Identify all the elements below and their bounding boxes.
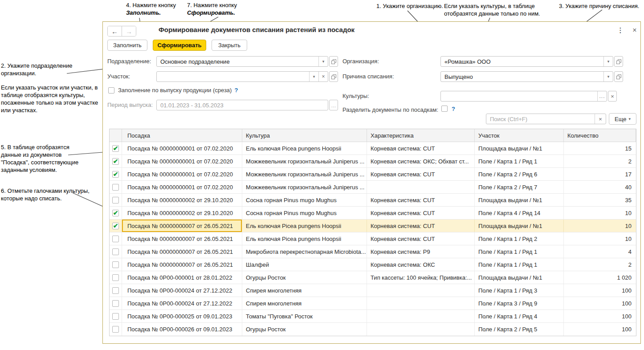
close-icon[interactable]: × <box>630 25 639 35</box>
more-button[interactable]: Еще ▾ <box>609 113 636 125</box>
cell-culture[interactable]: Микробиота перекрестнопарная Microbiota.… <box>242 245 367 258</box>
cell-qty[interactable]: 2 <box>564 258 636 271</box>
row-checkbox-cell[interactable] <box>110 181 122 193</box>
cell-qty[interactable]: 100 <box>564 284 636 297</box>
cell-qty[interactable]: 10 <box>564 207 636 219</box>
table-row[interactable]: ✔ Посадка № 00000000007 от 26.05.2021 Ел… <box>110 220 636 232</box>
row-checkbox-cell[interactable] <box>110 310 122 322</box>
table-row[interactable]: ✔ Посадка № 00000000001 от 07.02.2020 Мо… <box>110 155 636 168</box>
row-checkbox-cell[interactable] <box>110 232 122 245</box>
row-checkbox[interactable] <box>112 300 119 307</box>
cell-plot[interactable]: Поле / Карта 4 / Ряд 14 <box>475 207 564 219</box>
cell-plot[interactable]: Площадка выдачи / №1 <box>475 271 564 284</box>
cell-plot[interactable]: Поле / Карта 1 / Ряд 1 <box>475 155 564 167</box>
plot-open-button[interactable] <box>329 71 338 82</box>
row-checkbox-cell[interactable] <box>110 245 122 258</box>
cell-characteristic[interactable]: Корневая система: ОКС; Обхват ст... <box>367 155 475 167</box>
cell-culture[interactable]: Можжевельник горизонтальный Juniperus ..… <box>242 168 367 180</box>
row-checkbox[interactable] <box>112 184 119 191</box>
table-row[interactable]: Посадка № 0Р00-000024 от 27.12.2022 Спир… <box>110 284 636 297</box>
row-checkbox-cell[interactable] <box>110 323 122 336</box>
cell-planting[interactable]: Посадка № 00000000007 от 26.05.2021 <box>122 258 242 271</box>
cell-culture[interactable]: Ель колючая Picea pungens Hoopsii <box>242 232 367 245</box>
table-row[interactable]: Посадка № 00000000002 от 29.10.2020 Сосн… <box>110 194 636 207</box>
cell-planting[interactable]: Посадка № 00000000001 от 07.02.2020 <box>122 142 242 155</box>
cell-qty[interactable]: 100 <box>564 297 636 309</box>
more-menu-icon[interactable]: ⋮ <box>616 25 625 35</box>
dropdown-icon[interactable]: ▾ <box>309 72 318 81</box>
row-checkbox[interactable] <box>112 236 119 242</box>
cell-qty[interactable]: 17 <box>564 168 636 180</box>
cell-planting[interactable]: Посадка № 00000000001 от 07.02.2020 <box>122 168 242 180</box>
cell-culture[interactable]: Можжевельник горизонтальный Juniperus ..… <box>242 181 367 193</box>
dropdown-icon[interactable]: ▾ <box>603 57 613 66</box>
cell-characteristic[interactable]: Корневая система: CUT <box>367 220 475 232</box>
fill-by-output-checkbox[interactable] <box>108 87 114 94</box>
clear-icon[interactable]: × <box>318 72 328 81</box>
cell-culture[interactable]: Можжевельник горизонтальный Juniperus ..… <box>242 155 367 167</box>
cell-qty[interactable]: 40 <box>564 181 636 193</box>
help-icon[interactable]: ? <box>234 87 238 94</box>
cell-plot[interactable]: Поле / Карта 1 / Ряд 1 <box>475 245 564 258</box>
row-checkbox[interactable] <box>112 274 119 281</box>
row-checkbox-cell[interactable]: ✔ <box>110 220 122 232</box>
cell-culture[interactable]: Ель колючая Picea pungens Hoopsii <box>242 220 367 232</box>
cell-characteristic[interactable]: Корневая система: CUT <box>367 168 475 180</box>
table-row[interactable]: ✔ Посадка № 00000000001 от 07.02.2020 Ел… <box>110 142 636 155</box>
fill-button[interactable]: Заполнить <box>107 40 147 51</box>
cell-planting[interactable]: Посадка № 00000000002 от 29.10.2020 <box>122 194 242 206</box>
cell-planting[interactable]: Посадка № 00000000001 от 07.02.2020 <box>122 181 242 193</box>
header-qty[interactable]: Количество <box>564 129 636 142</box>
cultures-field[interactable]: ... <box>440 91 607 102</box>
cell-plot[interactable]: Поле / Карта 2 / Ряд 6 <box>475 168 564 180</box>
cell-plot[interactable]: Площадка выдачи / №1 <box>475 194 564 206</box>
cell-plot[interactable]: Поле / Карта 1 / Ряд 4 <box>475 310 564 322</box>
header-characteristic[interactable]: Характеристика <box>367 129 475 142</box>
row-checkbox[interactable] <box>112 287 119 294</box>
cell-plot[interactable]: Поле / Карта 1 / Ряд 2 <box>475 232 564 245</box>
search-clear-icon[interactable]: × <box>595 114 606 124</box>
dropdown-icon[interactable]: ▾ <box>603 72 613 81</box>
cell-culture[interactable]: Огурцы Росток <box>242 271 367 284</box>
cell-planting[interactable]: Посадка № 00000000007 от 26.05.2021 <box>122 232 242 245</box>
organization-open-button[interactable] <box>614 56 623 67</box>
period-ellipsis-button[interactable]: ... <box>329 100 338 110</box>
row-checkbox-cell[interactable] <box>110 297 122 309</box>
header-planting[interactable]: Посадка <box>122 129 242 142</box>
cell-characteristic[interactable]: Корневая система: ОКС <box>367 258 475 271</box>
row-checkbox[interactable] <box>112 197 119 203</box>
cell-culture[interactable]: Спирея многолетняя <box>242 284 367 297</box>
forward-button[interactable]: → <box>122 26 136 36</box>
cell-qty[interactable]: 1 020 <box>564 271 636 284</box>
cell-characteristic[interactable]: Тип кассеты: 100 ячейка; Прививка:... <box>367 271 475 284</box>
cell-planting[interactable]: Посадка № 0Р00-000025 от 09.01.2023 <box>122 310 242 322</box>
cell-characteristic[interactable]: Корневая система: CUT <box>367 142 475 155</box>
cell-characteristic[interactable]: Корневая система: CUT <box>367 207 475 219</box>
cell-characteristic[interactable]: Корневая система: CUT <box>367 232 475 245</box>
cell-qty[interactable]: 2 <box>564 155 636 167</box>
row-checkbox-cell[interactable] <box>110 271 122 284</box>
reason-open-button[interactable] <box>614 71 623 82</box>
cell-planting[interactable]: Посадка № 0Р00-000024 от 27.12.2022 <box>122 297 242 309</box>
row-checkbox[interactable]: ✔ <box>112 223 119 229</box>
cell-plot[interactable]: Поле / Карта 1 / Ряд 3 <box>475 284 564 297</box>
cell-qty[interactable]: 100 <box>564 323 636 336</box>
cell-planting[interactable]: Посадка № 0Р00-000001 от 28.01.2022 <box>122 271 242 284</box>
row-checkbox-cell[interactable]: ✔ <box>110 142 122 155</box>
row-checkbox[interactable]: ✔ <box>112 145 119 152</box>
cell-plot[interactable]: Площадка выдачи / №1 <box>475 142 564 155</box>
table-row[interactable]: Посадка № 0Р00-000024 от 27.12.2022 Спир… <box>110 297 636 310</box>
department-field[interactable]: Основное подразделение ▾ <box>156 56 328 67</box>
cell-characteristic[interactable] <box>367 323 475 336</box>
row-checkbox[interactable] <box>112 248 119 255</box>
table-row[interactable]: Посадка № 00000000001 от 07.02.2020 Можж… <box>110 181 636 194</box>
generate-button[interactable]: Сформировать <box>153 40 206 51</box>
cell-culture[interactable]: Спирея многолетняя <box>242 297 367 309</box>
ellipsis-icon[interactable]: ... <box>597 91 607 101</box>
row-checkbox[interactable]: ✔ <box>112 158 119 165</box>
table-row[interactable]: ✔ Посадка № 00000000001 от 07.02.2020 Мо… <box>110 168 636 181</box>
cell-qty[interactable]: 10 <box>564 220 636 232</box>
search-input[interactable] <box>486 114 595 124</box>
table-row[interactable]: Посадка № 0Р00-000001 от 28.01.2022 Огур… <box>110 271 636 284</box>
cell-characteristic[interactable] <box>367 310 475 322</box>
